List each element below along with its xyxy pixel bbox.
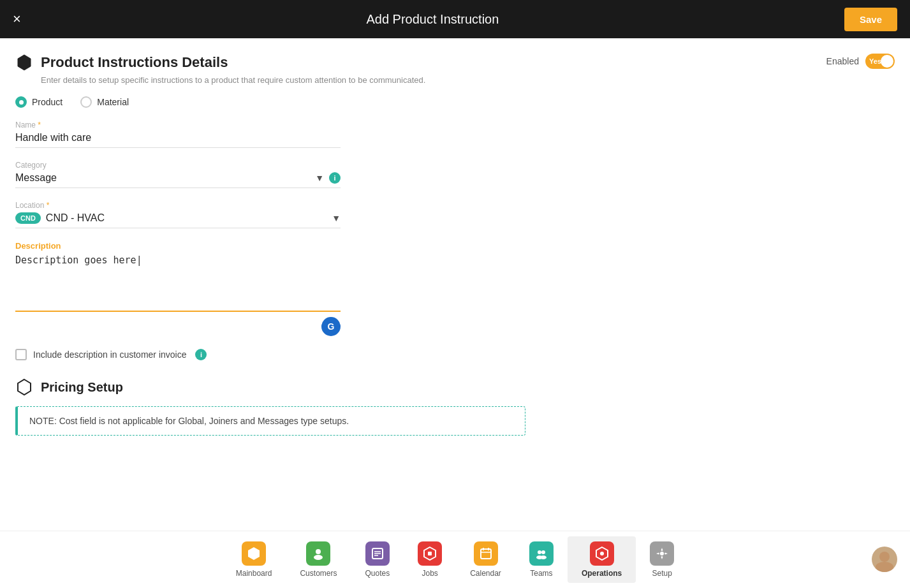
description-field: Description Description goes here| G	[15, 241, 895, 336]
svg-point-20	[600, 552, 604, 555]
grammarly-icon[interactable]: G	[321, 317, 341, 336]
header: × Add Product Instruction Save	[0, 0, 910, 38]
location-value: CND - HVAC	[46, 212, 327, 224]
radio-product-circle	[15, 96, 27, 108]
section-header: Product Instructions Details Enabled Yes	[15, 54, 895, 71]
category-info-icon[interactable]: i	[329, 172, 341, 184]
svg-point-15	[538, 550, 541, 554]
category-arrow-icon[interactable]: ▼	[315, 173, 324, 183]
pricing-hex-icon	[15, 378, 33, 396]
enabled-toggle-group: Enabled Yes	[826, 54, 895, 69]
pricing-title: Pricing Setup	[41, 380, 123, 395]
name-field: Name *	[15, 121, 341, 148]
nav-item-teams[interactable]: Teams	[515, 536, 568, 583]
svg-rect-10	[428, 552, 432, 555]
invoice-info-icon[interactable]: i	[195, 349, 207, 360]
svg-marker-0	[18, 55, 31, 70]
nav-label-customers: Customers	[300, 569, 337, 578]
calendar-icon	[474, 541, 498, 566]
operations-icon	[590, 541, 614, 566]
nav-item-mainboard[interactable]: Mainboard	[222, 536, 286, 583]
save-button[interactable]: Save	[844, 8, 897, 31]
radio-material-label: Material	[97, 97, 129, 107]
nav-item-setup[interactable]: Setup	[636, 536, 688, 583]
avatar[interactable]	[872, 547, 897, 572]
location-dropdown[interactable]: CND CND - HVAC ▼	[15, 212, 341, 228]
toggle-knob	[881, 55, 893, 68]
quotes-icon	[365, 541, 390, 566]
radio-product[interactable]: Product	[15, 96, 62, 108]
nav-label-quotes: Quotes	[365, 569, 390, 578]
name-label: Name *	[15, 121, 341, 129]
jobs-icon	[418, 541, 442, 566]
customers-icon	[306, 541, 330, 566]
invoice-checkbox-row: Include description in customer invoice …	[15, 349, 895, 360]
toggle-label: Yes	[869, 57, 881, 65]
setup-icon	[650, 541, 674, 566]
section-title: Product Instructions Details	[41, 54, 228, 71]
bottom-nav: Mainboard Customers Quotes Jobs Calendar…	[0, 531, 910, 588]
location-field: Location * CND CND - HVAC ▼	[15, 201, 341, 228]
svg-point-4	[314, 555, 323, 560]
invoice-checkbox-label: Include description in customer invoice	[33, 349, 186, 360]
nav-label-operations: Operations	[582, 569, 622, 578]
name-input[interactable]	[15, 132, 341, 148]
description-textarea[interactable]: Description goes here|	[15, 254, 341, 312]
radio-material[interactable]: Material	[80, 96, 129, 108]
pricing-note: NOTE: Cost field is not applicable for G…	[15, 406, 525, 436]
radio-product-label: Product	[32, 97, 62, 107]
main-content: Product Instructions Details Enabled Yes…	[0, 38, 910, 531]
enabled-toggle[interactable]: Yes	[865, 54, 895, 69]
svg-point-3	[316, 549, 321, 554]
nav-label-teams: Teams	[530, 569, 552, 578]
radio-material-circle	[80, 96, 92, 108]
section-title-group: Product Instructions Details	[15, 54, 228, 71]
nav-item-jobs[interactable]: Jobs	[404, 536, 456, 583]
page-title: Add Product Instruction	[366, 12, 499, 27]
location-arrow-icon[interactable]: ▼	[332, 213, 341, 223]
invoice-checkbox[interactable]	[15, 349, 27, 360]
pricing-header: Pricing Setup	[15, 378, 895, 396]
section-subtitle: Enter details to setup specific instruct…	[41, 75, 895, 85]
close-button[interactable]: ×	[13, 12, 21, 26]
radio-group: Product Material	[15, 96, 895, 108]
svg-point-16	[541, 550, 545, 554]
nav-label-mainboard: Mainboard	[236, 569, 272, 578]
location-label: Location *	[15, 201, 341, 210]
category-dropdown[interactable]: Message ▼ i	[15, 172, 341, 188]
teams-icon	[529, 541, 554, 566]
svg-rect-11	[481, 549, 491, 559]
nav-label-setup: Setup	[652, 569, 672, 578]
svg-marker-1	[18, 379, 31, 395]
svg-marker-2	[248, 547, 260, 560]
category-field: Category Message ▼ i	[15, 161, 341, 188]
hex-icon	[15, 54, 33, 71]
category-label: Category	[15, 161, 341, 170]
nav-item-customers[interactable]: Customers	[286, 536, 351, 583]
svg-point-21	[660, 552, 664, 555]
svg-point-22	[879, 552, 890, 562]
nav-item-quotes[interactable]: Quotes	[351, 536, 404, 583]
nav-label-calendar: Calendar	[470, 569, 501, 578]
svg-point-18	[540, 555, 547, 559]
cnd-badge: CND	[15, 212, 41, 224]
nav-item-calendar[interactable]: Calendar	[456, 536, 515, 583]
category-value: Message	[15, 172, 310, 184]
nav-item-operations[interactable]: Operations	[568, 536, 636, 583]
mainboard-icon	[242, 541, 266, 566]
nav-label-jobs: Jobs	[422, 569, 437, 578]
description-footer: G	[15, 317, 341, 336]
description-label: Description	[15, 241, 895, 251]
enabled-label: Enabled	[826, 56, 859, 66]
